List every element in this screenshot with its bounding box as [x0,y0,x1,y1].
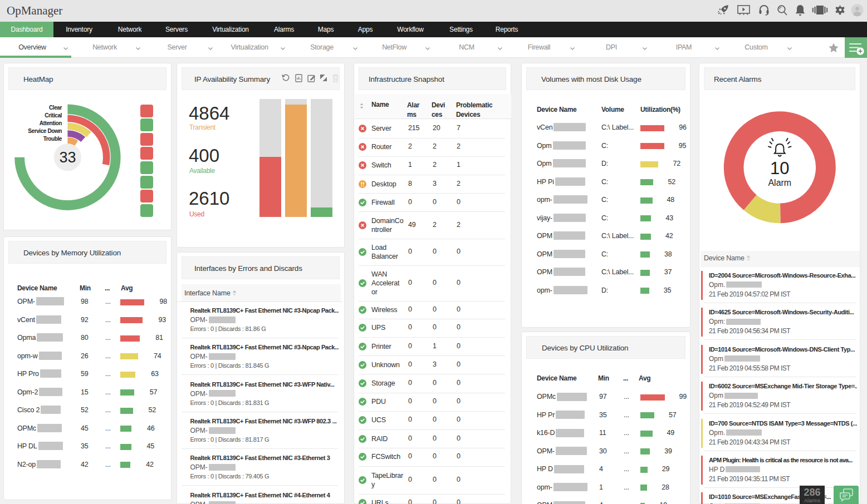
svg-text:Alarm: Alarm [768,178,791,187]
svg-text:33: 33 [59,149,76,166]
svg-text:10: 10 [770,159,789,178]
